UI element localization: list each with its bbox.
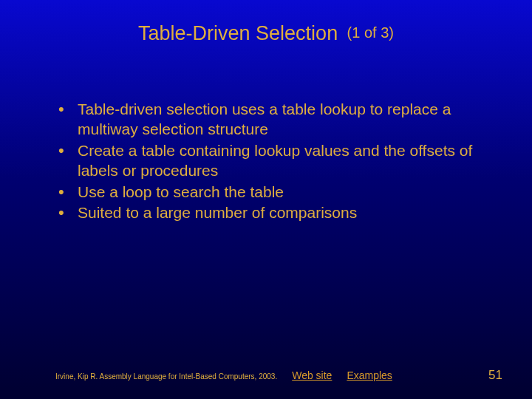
slide-title: Table-Driven Selection [138, 22, 338, 44]
page-number: 51 [488, 368, 502, 383]
bullet-list: Table-driven selection uses a table look… [55, 100, 488, 223]
list-item: Suited to a large number of comparisons [55, 203, 488, 223]
citation: Irvine, Kip R. Assembly Language for Int… [55, 372, 277, 381]
list-item: Use a loop to search the table [55, 183, 488, 202]
slide-counter: (1 of 3) [347, 24, 394, 41]
footer: Irvine, Kip R. Assembly Language for Int… [55, 368, 502, 383]
examples-link[interactable]: Examples [347, 369, 392, 381]
web-site-link[interactable]: Web site [292, 369, 332, 381]
slide: Table-Driven Selection (1 of 3) Table-dr… [0, 0, 532, 399]
list-item: Table-driven selection uses a table look… [55, 100, 488, 140]
title-row: Table-Driven Selection (1 of 3) [0, 22, 532, 45]
list-item: Create a table containing lookup values … [55, 141, 488, 181]
body: Table-driven selection uses a table look… [55, 100, 488, 225]
